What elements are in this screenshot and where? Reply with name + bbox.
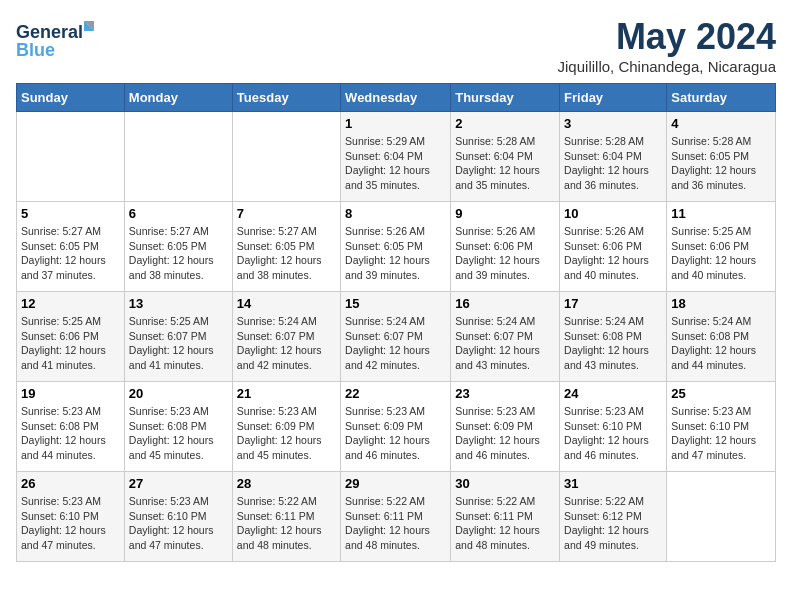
calendar-cell-3-5: 16Sunrise: 5:24 AMSunset: 6:07 PMDayligh… — [451, 292, 560, 382]
calendar-cell-3-6: 17Sunrise: 5:24 AMSunset: 6:08 PMDayligh… — [560, 292, 667, 382]
location: Jiquilillo, Chinandega, Nicaragua — [558, 58, 776, 75]
weekday-header-tuesday: Tuesday — [232, 84, 340, 112]
day-info: Sunrise: 5:26 AMSunset: 6:06 PMDaylight:… — [455, 224, 555, 283]
day-number: 25 — [671, 386, 771, 401]
calendar-cell-5-5: 30Sunrise: 5:22 AMSunset: 6:11 PMDayligh… — [451, 472, 560, 562]
day-number: 13 — [129, 296, 228, 311]
day-number: 12 — [21, 296, 120, 311]
day-info: Sunrise: 5:25 AMSunset: 6:06 PMDaylight:… — [21, 314, 120, 373]
calendar-cell-2-3: 7Sunrise: 5:27 AMSunset: 6:05 PMDaylight… — [232, 202, 340, 292]
day-info: Sunrise: 5:22 AMSunset: 6:11 PMDaylight:… — [237, 494, 336, 553]
day-info: Sunrise: 5:23 AMSunset: 6:08 PMDaylight:… — [21, 404, 120, 463]
calendar-cell-5-6: 31Sunrise: 5:22 AMSunset: 6:12 PMDayligh… — [560, 472, 667, 562]
day-number: 24 — [564, 386, 662, 401]
day-number: 6 — [129, 206, 228, 221]
day-number: 5 — [21, 206, 120, 221]
calendar-cell-4-1: 19Sunrise: 5:23 AMSunset: 6:08 PMDayligh… — [17, 382, 125, 472]
calendar-cell-4-3: 21Sunrise: 5:23 AMSunset: 6:09 PMDayligh… — [232, 382, 340, 472]
calendar-cell-1-5: 2Sunrise: 5:28 AMSunset: 6:04 PMDaylight… — [451, 112, 560, 202]
calendar-cell-5-1: 26Sunrise: 5:23 AMSunset: 6:10 PMDayligh… — [17, 472, 125, 562]
day-info: Sunrise: 5:23 AMSunset: 6:09 PMDaylight:… — [237, 404, 336, 463]
calendar-cell-1-1 — [17, 112, 125, 202]
weekday-header-saturday: Saturday — [667, 84, 776, 112]
day-number: 11 — [671, 206, 771, 221]
weekday-header-thursday: Thursday — [451, 84, 560, 112]
calendar-week-1: 1Sunrise: 5:29 AMSunset: 6:04 PMDaylight… — [17, 112, 776, 202]
day-info: Sunrise: 5:26 AMSunset: 6:05 PMDaylight:… — [345, 224, 446, 283]
calendar-cell-2-5: 9Sunrise: 5:26 AMSunset: 6:06 PMDaylight… — [451, 202, 560, 292]
calendar-body: 1Sunrise: 5:29 AMSunset: 6:04 PMDaylight… — [17, 112, 776, 562]
logo: General Blue — [16, 16, 106, 61]
day-number: 22 — [345, 386, 446, 401]
calendar-week-3: 12Sunrise: 5:25 AMSunset: 6:06 PMDayligh… — [17, 292, 776, 382]
calendar-cell-2-2: 6Sunrise: 5:27 AMSunset: 6:05 PMDaylight… — [124, 202, 232, 292]
calendar-cell-5-7 — [667, 472, 776, 562]
day-number: 2 — [455, 116, 555, 131]
day-info: Sunrise: 5:26 AMSunset: 6:06 PMDaylight:… — [564, 224, 662, 283]
day-number: 16 — [455, 296, 555, 311]
day-info: Sunrise: 5:22 AMSunset: 6:11 PMDaylight:… — [455, 494, 555, 553]
calendar-cell-3-2: 13Sunrise: 5:25 AMSunset: 6:07 PMDayligh… — [124, 292, 232, 382]
day-info: Sunrise: 5:23 AMSunset: 6:09 PMDaylight:… — [455, 404, 555, 463]
calendar-cell-5-4: 29Sunrise: 5:22 AMSunset: 6:11 PMDayligh… — [341, 472, 451, 562]
day-info: Sunrise: 5:23 AMSunset: 6:10 PMDaylight:… — [21, 494, 120, 553]
day-number: 7 — [237, 206, 336, 221]
calendar-cell-1-6: 3Sunrise: 5:28 AMSunset: 6:04 PMDaylight… — [560, 112, 667, 202]
day-number: 20 — [129, 386, 228, 401]
day-info: Sunrise: 5:25 AMSunset: 6:06 PMDaylight:… — [671, 224, 771, 283]
day-number: 3 — [564, 116, 662, 131]
calendar-cell-5-3: 28Sunrise: 5:22 AMSunset: 6:11 PMDayligh… — [232, 472, 340, 562]
day-number: 28 — [237, 476, 336, 491]
day-info: Sunrise: 5:23 AMSunset: 6:08 PMDaylight:… — [129, 404, 228, 463]
day-number: 10 — [564, 206, 662, 221]
day-number: 15 — [345, 296, 446, 311]
day-info: Sunrise: 5:24 AMSunset: 6:07 PMDaylight:… — [455, 314, 555, 373]
day-info: Sunrise: 5:23 AMSunset: 6:09 PMDaylight:… — [345, 404, 446, 463]
day-number: 1 — [345, 116, 446, 131]
day-number: 8 — [345, 206, 446, 221]
calendar-cell-2-4: 8Sunrise: 5:26 AMSunset: 6:05 PMDaylight… — [341, 202, 451, 292]
day-number: 29 — [345, 476, 446, 491]
day-info: Sunrise: 5:24 AMSunset: 6:08 PMDaylight:… — [671, 314, 771, 373]
calendar-cell-1-3 — [232, 112, 340, 202]
day-info: Sunrise: 5:24 AMSunset: 6:07 PMDaylight:… — [345, 314, 446, 373]
day-number: 19 — [21, 386, 120, 401]
page-header: General Blue May 2024 Jiquilillo, Chinan… — [16, 16, 776, 75]
day-number: 30 — [455, 476, 555, 491]
calendar-cell-3-3: 14Sunrise: 5:24 AMSunset: 6:07 PMDayligh… — [232, 292, 340, 382]
calendar-cell-4-7: 25Sunrise: 5:23 AMSunset: 6:10 PMDayligh… — [667, 382, 776, 472]
weekday-header-monday: Monday — [124, 84, 232, 112]
logo-icon: General Blue — [16, 16, 106, 61]
calendar-week-4: 19Sunrise: 5:23 AMSunset: 6:08 PMDayligh… — [17, 382, 776, 472]
day-info: Sunrise: 5:29 AMSunset: 6:04 PMDaylight:… — [345, 134, 446, 193]
day-number: 26 — [21, 476, 120, 491]
calendar-table: SundayMondayTuesdayWednesdayThursdayFrid… — [16, 83, 776, 562]
day-info: Sunrise: 5:22 AMSunset: 6:12 PMDaylight:… — [564, 494, 662, 553]
day-info: Sunrise: 5:28 AMSunset: 6:05 PMDaylight:… — [671, 134, 771, 193]
day-number: 17 — [564, 296, 662, 311]
calendar-cell-4-6: 24Sunrise: 5:23 AMSunset: 6:10 PMDayligh… — [560, 382, 667, 472]
weekday-header-friday: Friday — [560, 84, 667, 112]
calendar-cell-3-4: 15Sunrise: 5:24 AMSunset: 6:07 PMDayligh… — [341, 292, 451, 382]
day-info: Sunrise: 5:27 AMSunset: 6:05 PMDaylight:… — [21, 224, 120, 283]
calendar-cell-1-2 — [124, 112, 232, 202]
svg-text:General: General — [16, 22, 83, 42]
weekday-header-sunday: Sunday — [17, 84, 125, 112]
day-info: Sunrise: 5:24 AMSunset: 6:07 PMDaylight:… — [237, 314, 336, 373]
day-number: 18 — [671, 296, 771, 311]
day-number: 31 — [564, 476, 662, 491]
calendar-cell-4-2: 20Sunrise: 5:23 AMSunset: 6:08 PMDayligh… — [124, 382, 232, 472]
month-title: May 2024 — [558, 16, 776, 58]
day-number: 9 — [455, 206, 555, 221]
day-info: Sunrise: 5:25 AMSunset: 6:07 PMDaylight:… — [129, 314, 228, 373]
calendar-week-5: 26Sunrise: 5:23 AMSunset: 6:10 PMDayligh… — [17, 472, 776, 562]
title-block: May 2024 Jiquilillo, Chinandega, Nicarag… — [558, 16, 776, 75]
calendar-cell-1-4: 1Sunrise: 5:29 AMSunset: 6:04 PMDaylight… — [341, 112, 451, 202]
calendar-cell-5-2: 27Sunrise: 5:23 AMSunset: 6:10 PMDayligh… — [124, 472, 232, 562]
day-number: 21 — [237, 386, 336, 401]
day-info: Sunrise: 5:28 AMSunset: 6:04 PMDaylight:… — [455, 134, 555, 193]
calendar-cell-2-6: 10Sunrise: 5:26 AMSunset: 6:06 PMDayligh… — [560, 202, 667, 292]
day-info: Sunrise: 5:23 AMSunset: 6:10 PMDaylight:… — [671, 404, 771, 463]
day-info: Sunrise: 5:27 AMSunset: 6:05 PMDaylight:… — [237, 224, 336, 283]
calendar-cell-2-1: 5Sunrise: 5:27 AMSunset: 6:05 PMDaylight… — [17, 202, 125, 292]
